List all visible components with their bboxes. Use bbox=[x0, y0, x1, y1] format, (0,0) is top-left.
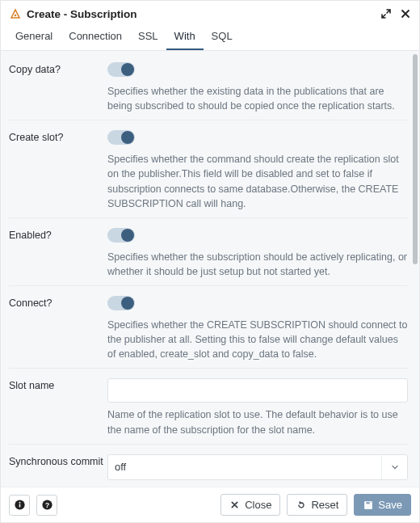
label-copy-data: Copy data? bbox=[9, 62, 107, 75]
scrollbar[interactable] bbox=[413, 54, 418, 264]
help-button[interactable]: ? bbox=[36, 495, 57, 516]
reset-button[interactable]: Reset bbox=[287, 494, 347, 516]
dialog-header: Create - Subscription bbox=[1, 1, 419, 23]
close-icon[interactable] bbox=[400, 8, 411, 19]
toggle-copy-data[interactable] bbox=[107, 62, 135, 77]
tab-with[interactable]: With bbox=[166, 23, 204, 50]
label-create-slot: Create slot? bbox=[9, 130, 107, 143]
separator bbox=[9, 285, 408, 286]
field-create-slot: Create slot? Specifies whether the comma… bbox=[9, 125, 408, 214]
help-slot-name: Name of the replication slot to use. The… bbox=[107, 407, 408, 437]
save-icon bbox=[363, 500, 373, 510]
expand-icon[interactable] bbox=[380, 8, 392, 19]
label-slot-name: Slot name bbox=[9, 378, 107, 391]
separator bbox=[9, 368, 408, 369]
tab-connection[interactable]: Connection bbox=[61, 23, 130, 50]
help-create-slot: Specifies whether the command should cre… bbox=[107, 152, 408, 211]
info-button[interactable] bbox=[9, 495, 30, 516]
toggle-create-slot[interactable] bbox=[107, 130, 135, 145]
svg-point-3 bbox=[19, 502, 20, 504]
input-slot-name[interactable] bbox=[107, 378, 408, 403]
separator bbox=[9, 217, 408, 218]
tab-ssl[interactable]: SSL bbox=[130, 23, 166, 50]
dialog-body: Copy data? Specifies whether the existin… bbox=[1, 51, 419, 487]
field-slot-name: Slot name Name of the replication slot t… bbox=[9, 373, 408, 440]
separator bbox=[9, 120, 408, 120]
label-sync-commit: Synchronous commit bbox=[9, 454, 107, 467]
svg-point-0 bbox=[15, 15, 17, 17]
toggle-connect[interactable] bbox=[107, 296, 135, 310]
field-copy-data: Copy data? Specifies whether the existin… bbox=[9, 57, 408, 116]
help-sync-commit: The value of this parameter overrides th… bbox=[107, 485, 408, 487]
label-connect: Connect? bbox=[9, 296, 107, 309]
svg-text:?: ? bbox=[44, 501, 48, 509]
help-enabled: Specifies whether the subscription shoul… bbox=[107, 250, 408, 279]
field-enabled: Enabled? Specifies whether the subscript… bbox=[9, 223, 408, 282]
tab-general[interactable]: General bbox=[7, 23, 61, 50]
save-button[interactable]: Save bbox=[354, 494, 411, 516]
save-button-label: Save bbox=[378, 499, 402, 511]
tab-sql[interactable]: SQL bbox=[204, 23, 241, 50]
create-subscription-dialog: Create - Subscription General Connection… bbox=[0, 0, 420, 523]
label-enabled: Enabled? bbox=[9, 228, 107, 241]
dialog-title: Create - Subscription bbox=[27, 8, 137, 20]
dialog-footer: ? Close Reset Save bbox=[1, 487, 419, 522]
app-logo-icon bbox=[9, 7, 22, 20]
close-icon bbox=[229, 500, 240, 510]
svg-rect-2 bbox=[19, 504, 20, 508]
help-copy-data: Specifies whether the existing data in t… bbox=[107, 84, 408, 113]
tabs: General Connection SSL With SQL bbox=[1, 23, 419, 51]
select-sync-commit-value: off bbox=[115, 461, 126, 473]
field-sync-commit: Synchronous commit off The value of this… bbox=[9, 449, 408, 487]
chevron-down-icon bbox=[381, 455, 407, 479]
reset-button-label: Reset bbox=[311, 499, 338, 511]
field-connect: Connect? Specifies whether the CREATE SU… bbox=[9, 291, 408, 365]
separator bbox=[9, 444, 408, 445]
close-button[interactable]: Close bbox=[220, 494, 280, 516]
select-sync-commit[interactable]: off bbox=[107, 454, 408, 480]
reset-icon bbox=[296, 500, 306, 510]
help-connect: Specifies whether the CREATE SUBSCRIPTIO… bbox=[107, 318, 408, 361]
close-button-label: Close bbox=[245, 499, 271, 511]
toggle-enabled[interactable] bbox=[107, 228, 135, 243]
